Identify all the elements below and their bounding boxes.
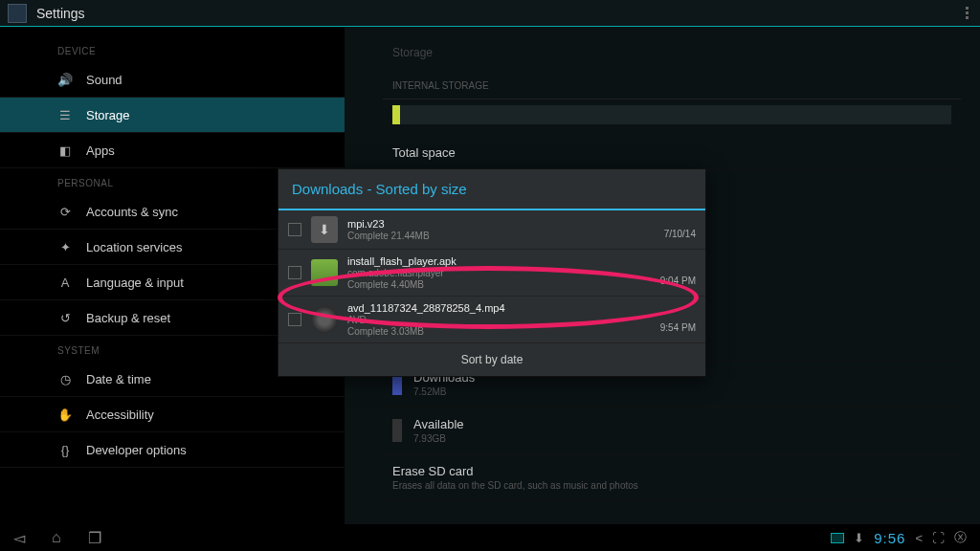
location-icon: ✦ <box>57 239 73 254</box>
dialog-title: Downloads - Sorted by size <box>278 169 705 210</box>
storage-row-label: Total space <box>392 145 456 160</box>
storage-row-size: 7.52MB <box>413 386 475 397</box>
fullscreen-icon[interactable]: ⛶ <box>932 531 945 545</box>
hand-icon: ✋ <box>57 407 73 422</box>
clock-icon: ◷ <box>57 371 73 386</box>
sidebar-item-sound[interactable]: 🔊Sound <box>0 62 345 98</box>
sidebar-item-label: Developer options <box>86 443 187 457</box>
download-meta: Complete 21.44MB <box>347 231 655 241</box>
sound-icon: 🔊 <box>57 72 73 87</box>
storage-icon: ☰ <box>57 107 73 122</box>
sidebar-item-label: Backup & reset <box>86 311 170 325</box>
system-navbar: ◅ ⌂ ❐ ⬇ 9:56 < ⛶ ⓧ <box>0 524 980 551</box>
sidebar-item-label: Accounts & sync <box>86 205 178 219</box>
checkbox[interactable] <box>288 223 301 236</box>
checkbox[interactable] <box>288 313 301 326</box>
download-date: 7/10/14 <box>664 229 696 243</box>
download-sub: com.adobe.flashplayer <box>347 268 651 278</box>
sidebar-item-label: Location services <box>86 240 182 254</box>
storage-row-available[interactable]: Available7.93GB <box>383 408 961 454</box>
storage-row-sub: Erases all data on the SD card, such as … <box>392 480 638 491</box>
section-head-device: DEVICE <box>0 36 345 62</box>
title-bar: Settings <box>0 0 980 27</box>
close-icon[interactable]: ⓧ <box>954 529 967 546</box>
download-date: 9:54 PM <box>660 322 696 337</box>
settings-app-icon <box>8 4 27 23</box>
download-name: avd_11187324_28878258_4.mp4 <box>347 302 651 314</box>
back-button[interactable]: ◅ <box>13 529 25 547</box>
download-item[interactable]: avd_11187324_28878258_4.mp4AVDComplete 3… <box>278 297 705 343</box>
storage-row-label: Erase SD card <box>392 464 638 478</box>
storage-row-size: 7.93GB <box>413 433 464 444</box>
sidebar-item-developer[interactable]: {}Developer options <box>0 432 345 468</box>
download-notif-icon[interactable]: ⬇ <box>854 531 864 545</box>
sidebar-item-apps[interactable]: ◧Apps <box>0 133 345 168</box>
apk-icon <box>311 259 338 286</box>
sidebar-item-label: Date & time <box>86 372 151 386</box>
storage-row-label: Available <box>413 417 464 431</box>
sidebar-item-label: Sound <box>86 73 122 87</box>
storage-bar-fill <box>392 105 400 124</box>
sidebar-item-label: Apps <box>86 143 115 158</box>
braces-icon: {} <box>57 442 73 457</box>
home-button[interactable]: ⌂ <box>52 529 61 546</box>
color-swatch <box>392 419 402 442</box>
sidebar-item-accessibility[interactable]: ✋Accessibility <box>0 397 345 432</box>
storage-usage-bar <box>392 105 951 124</box>
download-sub: AVD <box>347 315 651 325</box>
sidebar-item-label: Accessibility <box>86 408 154 422</box>
apps-icon: ◧ <box>57 143 73 158</box>
download-meta: Complete 4.40MB <box>347 279 651 290</box>
screenshot-icon[interactable] <box>831 533 844 543</box>
share-icon[interactable]: < <box>915 531 923 545</box>
content-header: Storage <box>383 40 961 73</box>
sync-icon: ⟳ <box>57 204 73 219</box>
download-meta: Complete 3.03MB <box>347 326 651 337</box>
overflow-menu-icon[interactable] <box>962 3 972 23</box>
backup-icon: ↺ <box>57 310 73 325</box>
storage-row-erase[interactable]: Erase SD cardErases all data on the SD c… <box>383 454 961 501</box>
internal-storage-label: INTERNAL STORAGE <box>383 73 961 99</box>
download-name: install_flash_player.apk <box>347 255 651 267</box>
download-date: 9:04 PM <box>660 276 696 290</box>
language-icon: A <box>57 275 73 290</box>
page-title: Settings <box>36 6 85 21</box>
sort-button[interactable]: Sort by date <box>278 343 705 376</box>
sidebar-item-label: Storage <box>86 108 130 122</box>
download-file-icon: ⬇ <box>311 216 338 243</box>
storage-row-total[interactable]: Total space <box>383 136 961 170</box>
recents-button[interactable]: ❐ <box>88 529 101 547</box>
download-item[interactable]: install_flash_player.apkcom.adobe.flashp… <box>278 250 705 297</box>
video-icon <box>311 306 338 333</box>
clock[interactable]: 9:56 <box>874 530 905 546</box>
download-item[interactable]: ⬇ mpi.v23Complete 21.44MB 7/10/14 <box>278 210 705 250</box>
sidebar-item-label: Language & input <box>86 276 184 290</box>
sidebar-item-storage[interactable]: ☰Storage <box>0 98 345 133</box>
downloads-dialog: Downloads - Sorted by size ⬇ mpi.v23Comp… <box>278 168 706 377</box>
checkbox[interactable] <box>288 266 301 279</box>
download-name: mpi.v23 <box>347 218 655 230</box>
